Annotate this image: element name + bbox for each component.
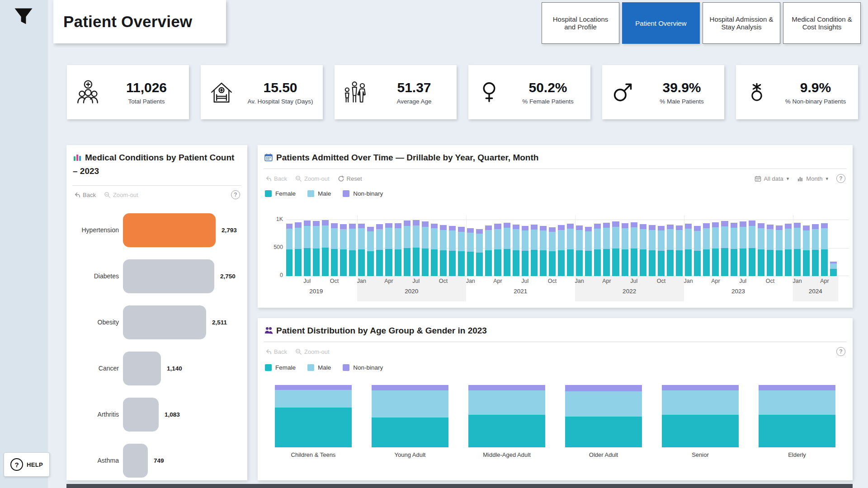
time-bar-sep-2019[interactable] [322,220,329,276]
time-bar-jan-2021[interactable] [467,228,474,276]
help-icon[interactable]: ? [836,174,845,183]
time-bar-jun-2022[interactable] [622,223,628,276]
time-bar-aug-2021[interactable] [531,225,538,276]
time-bar-dec-2023[interactable] [785,224,792,276]
zoom-out-button[interactable]: Zoom-out [295,175,330,182]
time-bar-oct-2022[interactable] [658,226,665,276]
time-bar-jul-2021[interactable] [522,226,528,276]
condition-bar[interactable] [123,259,214,293]
time-bar-jul-2023[interactable] [740,221,746,276]
nav-tab-medical-condition-cost-insights[interactable]: Medical Condition & Cost Insights [783,2,861,44]
zoom-out-button[interactable]: Zoom-out [295,348,330,355]
nav-tab-hospital-admission-stay-analysis[interactable]: Hospital Admission & Stay Analysis [703,2,780,44]
reset-button[interactable]: Reset [338,175,362,182]
time-bar-mar-2022[interactable] [594,224,601,276]
back-button[interactable]: Back [74,192,96,198]
time-bar-oct-2021[interactable] [549,227,556,276]
time-bar-nov-2021[interactable] [558,225,565,276]
time-bar-aug-2020[interactable] [422,221,429,276]
nav-tab-hospital-locations-and-profile[interactable]: Hospital Locations and Profile [542,2,619,44]
time-bar-sep-2020[interactable] [431,224,438,276]
time-bar-may-2022[interactable] [612,221,619,276]
time-bar-dec-2022[interactable] [676,225,683,277]
back-button[interactable]: Back [265,175,287,182]
grain-dropdown[interactable]: Month▾ [797,175,828,182]
time-bar-mar-2020[interactable] [376,224,383,276]
time-bar-jun-2021[interactable] [513,225,519,276]
segment-non-binary [358,224,365,229]
time-bar-apr-2022[interactable] [603,223,610,276]
legend-item-female[interactable]: Female [265,190,296,197]
legend-item-male[interactable]: Male [307,190,331,197]
age-column-middle-aged-adult[interactable]: Middle-Aged Adult [468,385,545,458]
time-bar-jun-2020[interactable] [404,221,410,276]
time-bar-mar-2024[interactable] [812,224,819,276]
time-bar-oct-2023[interactable] [767,225,774,276]
time-bar-dec-2021[interactable] [567,224,574,276]
time-bar-feb-2024[interactable] [803,225,810,276]
time-bar-nov-2019[interactable] [340,224,347,276]
time-bar-aug-2022[interactable] [640,224,646,276]
time-bar-mar-2021[interactable] [485,225,492,277]
time-bar-may-2019[interactable] [286,224,292,276]
time-bar-feb-2022[interactable] [585,227,592,276]
time-bar-apr-2024[interactable] [821,223,828,276]
time-bar-jul-2020[interactable] [413,220,420,276]
time-bar-may-2020[interactable] [395,223,401,277]
time-bar-sep-2022[interactable] [649,225,656,276]
time-bar-jan-2023[interactable] [685,224,692,276]
help-icon[interactable]: ? [836,347,845,356]
nav-tab-patient-overview[interactable]: Patient Overview [622,2,700,44]
help-icon[interactable]: ? [231,190,240,199]
time-bar-oct-2020[interactable] [440,225,447,276]
month-tick: Jul [739,278,746,284]
time-bar-jul-2019[interactable] [304,221,311,276]
condition-bar[interactable] [123,352,161,385]
time-bar-nov-2023[interactable] [776,225,783,277]
time-bar-dec-2020[interactable] [458,227,465,276]
conditions-controls: Back Zoom-out ? [74,190,240,199]
time-bar-feb-2021[interactable] [476,229,483,276]
time-bar-sep-2021[interactable] [540,226,547,276]
legend-item-non-binary[interactable]: Non-binary [343,364,383,371]
help-button[interactable]: ? HELP [4,452,50,477]
condition-bar[interactable] [123,213,216,247]
time-bar-aug-2019[interactable] [313,221,320,277]
age-column-children-teens[interactable]: Children & Teens [275,385,352,458]
age-column-older-adult[interactable]: Older Adult [565,385,642,458]
time-bar-jul-2022[interactable] [631,222,637,276]
back-button[interactable]: Back [265,348,287,355]
legend-item-female[interactable]: Female [265,364,296,371]
condition-bar[interactable] [123,444,148,478]
time-bar-dec-2019[interactable] [349,224,356,276]
condition-bar[interactable] [123,305,206,339]
time-bar-jun-2019[interactable] [295,222,302,276]
time-bar-may-2021[interactable] [504,223,510,276]
time-bar-oct-2019[interactable] [331,223,338,277]
time-bar-jun-2023[interactable] [731,223,737,276]
time-bar-aug-2023[interactable] [749,221,755,276]
time-bar-apr-2021[interactable] [494,224,501,276]
time-bar-feb-2023[interactable] [694,226,701,276]
time-bar-feb-2020[interactable] [367,227,374,276]
time-bar-sep-2023[interactable] [758,223,764,276]
time-bar-may-2023[interactable] [721,221,728,276]
time-bar-nov-2022[interactable] [667,225,674,276]
time-bar-jan-2024[interactable] [794,223,801,276]
age-column-elderly[interactable]: Elderly [759,385,835,458]
time-bar-nov-2020[interactable] [449,226,456,276]
condition-bar[interactable] [123,398,159,432]
time-bar-mar-2023[interactable] [703,223,710,276]
time-bar-apr-2020[interactable] [385,223,392,277]
legend-item-male[interactable]: Male [307,364,331,371]
legend-item-non-binary[interactable]: Non-binary [343,190,383,197]
time-bar-jan-2020[interactable] [358,224,365,276]
filter-funnel-icon[interactable] [12,5,35,29]
date-range-dropdown[interactable]: All data▾ [755,175,789,182]
time-bar-may-2024[interactable] [830,262,837,276]
zoom-out-button[interactable]: Zoom-out [104,192,138,198]
age-column-senior[interactable]: Senior [662,385,739,458]
age-column-young-adult[interactable]: Young Adult [372,385,448,458]
time-bar-apr-2023[interactable] [712,222,719,276]
time-bar-jan-2022[interactable] [576,225,583,277]
